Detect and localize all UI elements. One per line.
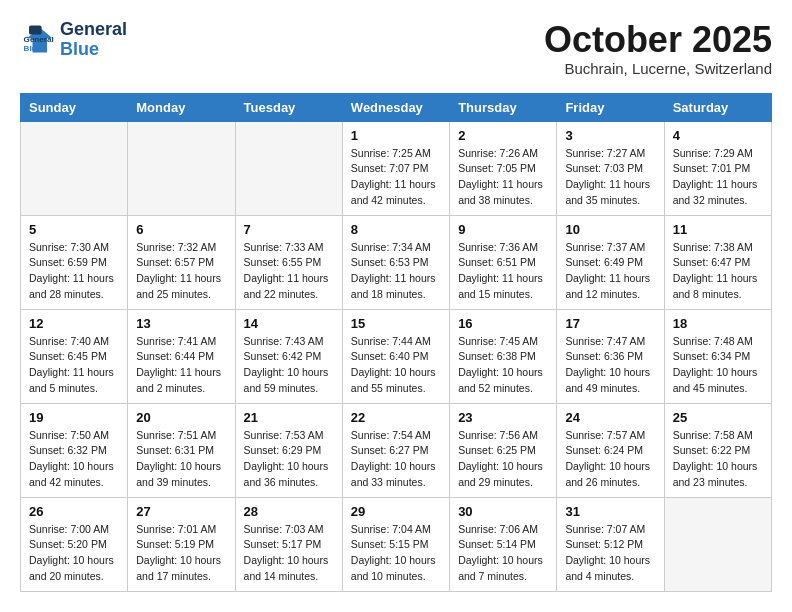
day-info: Sunrise: 7:32 AMSunset: 6:57 PMDaylight:… [136,240,226,303]
day-info: Sunrise: 7:38 AMSunset: 6:47 PMDaylight:… [673,240,763,303]
day-info: Sunrise: 7:57 AMSunset: 6:24 PMDaylight:… [565,428,655,491]
week-row-3: 12Sunrise: 7:40 AMSunset: 6:45 PMDayligh… [21,309,772,403]
day-info: Sunrise: 7:41 AMSunset: 6:44 PMDaylight:… [136,334,226,397]
svg-text:Blue: Blue [24,44,42,53]
day-number: 2 [458,128,548,143]
day-number: 26 [29,504,119,519]
svg-rect-3 [29,25,42,34]
calendar-cell: 14Sunrise: 7:43 AMSunset: 6:42 PMDayligh… [235,309,342,403]
weekday-tuesday: Tuesday [235,93,342,121]
page-header: General Blue General Blue October 2025 B… [20,20,772,77]
day-number: 13 [136,316,226,331]
calendar-cell: 1Sunrise: 7:25 AMSunset: 7:07 PMDaylight… [342,121,449,215]
calendar-cell: 29Sunrise: 7:04 AMSunset: 5:15 PMDayligh… [342,497,449,591]
day-number: 23 [458,410,548,425]
logo: General Blue General Blue [20,20,127,60]
calendar-cell: 6Sunrise: 7:32 AMSunset: 6:57 PMDaylight… [128,215,235,309]
day-info: Sunrise: 7:44 AMSunset: 6:40 PMDaylight:… [351,334,441,397]
weekday-wednesday: Wednesday [342,93,449,121]
day-number: 20 [136,410,226,425]
calendar-cell: 25Sunrise: 7:58 AMSunset: 6:22 PMDayligh… [664,403,771,497]
day-info: Sunrise: 7:48 AMSunset: 6:34 PMDaylight:… [673,334,763,397]
week-row-1: 1Sunrise: 7:25 AMSunset: 7:07 PMDaylight… [21,121,772,215]
month-title: October 2025 [544,20,772,60]
calendar-cell: 13Sunrise: 7:41 AMSunset: 6:44 PMDayligh… [128,309,235,403]
calendar-cell: 5Sunrise: 7:30 AMSunset: 6:59 PMDaylight… [21,215,128,309]
calendar-cell: 24Sunrise: 7:57 AMSunset: 6:24 PMDayligh… [557,403,664,497]
calendar-cell: 19Sunrise: 7:50 AMSunset: 6:32 PMDayligh… [21,403,128,497]
calendar-cell: 31Sunrise: 7:07 AMSunset: 5:12 PMDayligh… [557,497,664,591]
calendar: SundayMondayTuesdayWednesdayThursdayFrid… [20,93,772,592]
day-info: Sunrise: 7:33 AMSunset: 6:55 PMDaylight:… [244,240,334,303]
day-number: 12 [29,316,119,331]
day-number: 17 [565,316,655,331]
day-info: Sunrise: 7:27 AMSunset: 7:03 PMDaylight:… [565,146,655,209]
day-info: Sunrise: 7:47 AMSunset: 6:36 PMDaylight:… [565,334,655,397]
calendar-cell: 17Sunrise: 7:47 AMSunset: 6:36 PMDayligh… [557,309,664,403]
calendar-cell: 28Sunrise: 7:03 AMSunset: 5:17 PMDayligh… [235,497,342,591]
weekday-thursday: Thursday [450,93,557,121]
day-info: Sunrise: 7:34 AMSunset: 6:53 PMDaylight:… [351,240,441,303]
day-number: 4 [673,128,763,143]
calendar-cell: 20Sunrise: 7:51 AMSunset: 6:31 PMDayligh… [128,403,235,497]
calendar-cell: 7Sunrise: 7:33 AMSunset: 6:55 PMDaylight… [235,215,342,309]
day-number: 28 [244,504,334,519]
week-row-4: 19Sunrise: 7:50 AMSunset: 6:32 PMDayligh… [21,403,772,497]
calendar-cell: 27Sunrise: 7:01 AMSunset: 5:19 PMDayligh… [128,497,235,591]
day-info: Sunrise: 7:50 AMSunset: 6:32 PMDaylight:… [29,428,119,491]
day-number: 18 [673,316,763,331]
calendar-cell [664,497,771,591]
day-info: Sunrise: 7:04 AMSunset: 5:15 PMDaylight:… [351,522,441,585]
day-number: 30 [458,504,548,519]
logo-icon: General Blue [20,22,56,58]
day-number: 5 [29,222,119,237]
day-info: Sunrise: 7:56 AMSunset: 6:25 PMDaylight:… [458,428,548,491]
day-number: 1 [351,128,441,143]
weekday-saturday: Saturday [664,93,771,121]
calendar-cell: 3Sunrise: 7:27 AMSunset: 7:03 PMDaylight… [557,121,664,215]
day-number: 14 [244,316,334,331]
day-info: Sunrise: 7:36 AMSunset: 6:51 PMDaylight:… [458,240,548,303]
calendar-cell: 10Sunrise: 7:37 AMSunset: 6:49 PMDayligh… [557,215,664,309]
calendar-cell: 16Sunrise: 7:45 AMSunset: 6:38 PMDayligh… [450,309,557,403]
calendar-cell: 22Sunrise: 7:54 AMSunset: 6:27 PMDayligh… [342,403,449,497]
calendar-cell [21,121,128,215]
calendar-cell [128,121,235,215]
day-number: 19 [29,410,119,425]
calendar-cell: 15Sunrise: 7:44 AMSunset: 6:40 PMDayligh… [342,309,449,403]
calendar-cell: 30Sunrise: 7:06 AMSunset: 5:14 PMDayligh… [450,497,557,591]
calendar-cell: 18Sunrise: 7:48 AMSunset: 6:34 PMDayligh… [664,309,771,403]
calendar-cell: 11Sunrise: 7:38 AMSunset: 6:47 PMDayligh… [664,215,771,309]
day-number: 15 [351,316,441,331]
day-number: 27 [136,504,226,519]
calendar-cell [235,121,342,215]
logo-general: General [60,19,127,39]
title-block: October 2025 Buchrain, Lucerne, Switzerl… [544,20,772,77]
weekday-header-row: SundayMondayTuesdayWednesdayThursdayFrid… [21,93,772,121]
location: Buchrain, Lucerne, Switzerland [544,60,772,77]
weekday-sunday: Sunday [21,93,128,121]
day-number: 7 [244,222,334,237]
day-info: Sunrise: 7:58 AMSunset: 6:22 PMDaylight:… [673,428,763,491]
calendar-cell: 21Sunrise: 7:53 AMSunset: 6:29 PMDayligh… [235,403,342,497]
day-number: 9 [458,222,548,237]
day-number: 24 [565,410,655,425]
calendar-cell: 9Sunrise: 7:36 AMSunset: 6:51 PMDaylight… [450,215,557,309]
week-row-2: 5Sunrise: 7:30 AMSunset: 6:59 PMDaylight… [21,215,772,309]
day-number: 6 [136,222,226,237]
day-info: Sunrise: 7:29 AMSunset: 7:01 PMDaylight:… [673,146,763,209]
day-info: Sunrise: 7:53 AMSunset: 6:29 PMDaylight:… [244,428,334,491]
logo-blue: Blue [60,39,99,59]
day-number: 21 [244,410,334,425]
weekday-friday: Friday [557,93,664,121]
calendar-cell: 2Sunrise: 7:26 AMSunset: 7:05 PMDaylight… [450,121,557,215]
calendar-cell: 4Sunrise: 7:29 AMSunset: 7:01 PMDaylight… [664,121,771,215]
day-number: 25 [673,410,763,425]
day-info: Sunrise: 7:54 AMSunset: 6:27 PMDaylight:… [351,428,441,491]
day-info: Sunrise: 7:37 AMSunset: 6:49 PMDaylight:… [565,240,655,303]
week-row-5: 26Sunrise: 7:00 AMSunset: 5:20 PMDayligh… [21,497,772,591]
day-number: 31 [565,504,655,519]
day-info: Sunrise: 7:40 AMSunset: 6:45 PMDaylight:… [29,334,119,397]
day-info: Sunrise: 7:00 AMSunset: 5:20 PMDaylight:… [29,522,119,585]
calendar-cell: 8Sunrise: 7:34 AMSunset: 6:53 PMDaylight… [342,215,449,309]
